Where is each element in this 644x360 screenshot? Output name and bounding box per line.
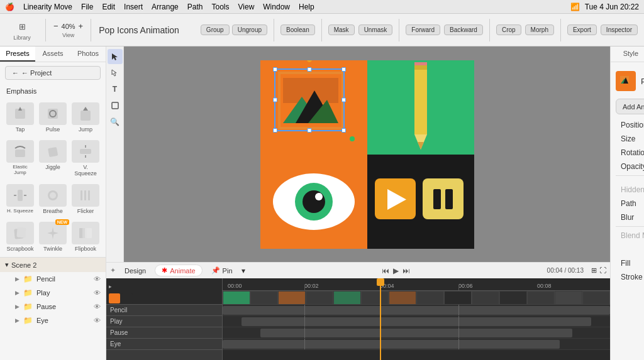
zoom-in-btn[interactable]: + <box>79 21 84 31</box>
dropdown-icon[interactable]: ▾ <box>242 266 245 275</box>
menu-help[interactable]: Help <box>299 3 314 11</box>
track-mark-1 <box>304 305 305 315</box>
fast-forward-btn[interactable]: ⏭ <box>402 266 410 275</box>
menu-blend-mode[interactable]: Blur <box>616 210 644 224</box>
menu-text[interactable]: Stroke › <box>616 270 644 284</box>
menu-insert[interactable]: Insert <box>124 3 143 11</box>
select-tool[interactable] <box>108 49 123 64</box>
svg-rect-16 <box>80 190 82 200</box>
preset-twinkle-label: Twinkle <box>43 246 62 252</box>
timeline-layer-pause[interactable]: Pause <box>106 327 222 339</box>
preset-h-squeeze[interactable]: H. Squeeze <box>5 182 35 217</box>
toolbar-sep-7 <box>560 19 561 41</box>
visibility-play[interactable]: 👁 <box>94 289 101 297</box>
timeline-layer-eye[interactable]: Eye <box>106 339 222 350</box>
track-mark-7 <box>304 327 305 338</box>
zoom-out-btn[interactable]: − <box>53 21 58 31</box>
menu-stroke[interactable]: › <box>616 243 644 256</box>
svg-rect-23 <box>85 228 92 238</box>
project-button[interactable]: ← ← Project <box>5 66 101 80</box>
view-controls: ⊞ ⛶ <box>591 266 606 275</box>
preset-twinkle[interactable]: NEW Twinkle <box>38 219 68 254</box>
preset-flicker[interactable]: Flicker <box>70 182 101 217</box>
inspector-btn[interactable]: Inspector <box>601 25 638 35</box>
preset-pulse[interactable]: Pulse <box>38 100 68 135</box>
preset-elastic-jump[interactable]: Elastic Jump <box>5 138 35 179</box>
preset-flipbook-label: Flipbook <box>75 246 96 252</box>
track-seg-eye <box>223 340 560 349</box>
preset-v-squeeze[interactable]: V. Squeeze <box>70 138 101 179</box>
visibility-pause[interactable]: 👁 <box>94 303 101 310</box>
menu-arrange[interactable]: Arrange <box>152 3 179 11</box>
pencil-art <box>367 60 474 155</box>
preset-jump[interactable]: Jump <box>70 100 101 135</box>
add-animation-button[interactable]: Add Animation ▾ <box>616 99 644 114</box>
play-btn[interactable]: ▶ <box>393 266 399 275</box>
preset-scrapbook[interactable]: Scrapbook <box>5 219 35 254</box>
thumb-4 <box>306 291 333 305</box>
tab-photos[interactable]: Photos <box>70 46 106 62</box>
rewind-btn[interactable]: ⏮ <box>382 266 389 275</box>
backward-btn[interactable]: Backward <box>444 25 483 35</box>
scene-header[interactable]: ▾ Scene 2 <box>0 258 106 272</box>
preset-tap[interactable]: Tap <box>5 100 35 135</box>
boolean-btn[interactable]: Boolean <box>280 25 315 35</box>
fullscreen-btn[interactable]: ⛶ <box>599 266 606 275</box>
direct-select-tool[interactable] <box>108 65 123 80</box>
morph-btn[interactable]: Morph <box>525 25 554 35</box>
menu-position-label: Position <box>621 121 644 129</box>
menu-shadow[interactable]: Fill › <box>616 256 644 270</box>
menu-size[interactable]: Size <box>616 132 644 146</box>
visibility-pencil[interactable]: 👁 <box>94 275 101 283</box>
timeline-layer-play[interactable]: Play <box>106 316 222 327</box>
text-tool[interactable]: T <box>108 82 123 97</box>
menu-blur-label: Path <box>621 199 636 208</box>
forward-btn[interactable]: Forward <box>406 25 440 35</box>
canvas <box>260 60 474 249</box>
menu-opacity[interactable]: Opacity <box>616 160 644 173</box>
menu-path[interactable]: Path <box>187 3 203 11</box>
layer-eye[interactable]: ▶ 📁 Eye 👁 <box>0 314 106 327</box>
animate-tab[interactable]: ✱ Animate <box>155 265 202 276</box>
timeline-layer-pencil[interactable]: Pencil <box>106 305 222 316</box>
visibility-eye[interactable]: 👁 <box>94 317 101 324</box>
preset-breathe[interactable]: Breathe <box>38 182 68 217</box>
design-tab[interactable]: Design <box>118 266 152 276</box>
svg-point-15 <box>50 192 56 199</box>
zoom-level[interactable]: 40% <box>60 23 77 30</box>
preset-jiggle[interactable]: Jiggle <box>38 138 68 179</box>
menu-blur[interactable]: Path <box>616 197 644 210</box>
tab-style[interactable]: Style <box>611 46 644 62</box>
layer-pause[interactable]: ▶ 📁 Pause 👁 <box>0 300 106 314</box>
ungroup-btn[interactable]: Ungroup <box>232 25 267 35</box>
menu-window[interactable]: Window <box>263 3 290 11</box>
thumb-5 <box>333 291 361 305</box>
pin-tab[interactable]: 📌 Pin <box>205 265 239 276</box>
menu-view[interactable]: View <box>238 3 255 11</box>
library-icon[interactable]: ⊞ <box>14 19 30 35</box>
zoom-tool[interactable]: 🔍 <box>108 114 123 129</box>
menu-file[interactable]: File <box>81 3 93 11</box>
fit-view-btn[interactable]: ⊞ <box>591 266 597 275</box>
preset-grid: Tap Pulse Jump Elastic Jum <box>0 97 106 257</box>
menu-app[interactable]: Linearity Move <box>23 3 72 11</box>
preset-flipbook[interactable]: Flipbook <box>70 219 101 254</box>
menu-rotation[interactable]: Rotation <box>616 146 644 160</box>
export-btn[interactable]: Export <box>567 25 597 35</box>
tab-presets[interactable]: Presets <box>0 46 35 62</box>
layer-pencil[interactable]: ▶ 📁 Pencil 👁 <box>0 272 106 286</box>
crop-btn[interactable]: Crop <box>496 25 521 35</box>
group-btn[interactable]: Group <box>201 25 230 35</box>
menu-edit[interactable]: Edit <box>102 3 115 11</box>
mask-btn[interactable]: Mask <box>328 25 355 35</box>
menu-hidden[interactable] <box>616 178 644 183</box>
layer-expand-pause: ▶ <box>15 303 19 310</box>
playhead[interactable] <box>380 278 381 360</box>
layer-play[interactable]: ▶ 📁 Play 👁 <box>0 286 106 300</box>
timeline-track-area: 00:00 00:02 00:04 00:06 00:08 <box>223 278 610 360</box>
menu-tools[interactable]: Tools <box>211 3 229 11</box>
tab-assets[interactable]: Assets <box>35 46 70 62</box>
unmask-btn[interactable]: Unmask <box>358 25 393 35</box>
menu-position[interactable]: Position <box>616 118 644 132</box>
shape-tool[interactable] <box>108 98 123 113</box>
